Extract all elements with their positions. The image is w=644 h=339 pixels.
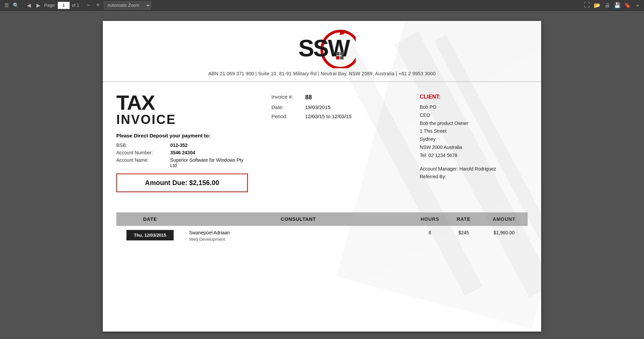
client-section: CLIENT: Bob PO CEO Bob the product Owner… bbox=[420, 92, 528, 192]
invoice-date-row: Date: 19/03/2015 bbox=[271, 104, 420, 110]
col-header-rate: RATE bbox=[447, 212, 480, 226]
client-city: Sydney bbox=[420, 135, 528, 144]
row-consultant-cell: Swanepoel Adriaan Web Development bbox=[184, 226, 413, 246]
toolbar-divider-1 bbox=[22, 2, 23, 9]
consultant-role: Web Development bbox=[189, 237, 408, 242]
invoice-top-section: TAX INVOICE Please Direct Deposit your p… bbox=[116, 92, 528, 192]
open-file-icon[interactable]: 📂 bbox=[593, 2, 601, 9]
nav-next-button[interactable]: ▶ bbox=[35, 2, 42, 9]
tax-text: TAX bbox=[116, 91, 154, 114]
invoice-period-row: Period: 12/03/15 to 12/03/15 bbox=[271, 113, 420, 119]
col-header-date: DATE bbox=[116, 212, 184, 226]
client-title: CLIENT: bbox=[420, 94, 528, 100]
print-icon[interactable]: 🖨 bbox=[604, 2, 611, 9]
amount-due-label: Amount Due: bbox=[145, 179, 187, 186]
toolbar-divider-2 bbox=[82, 2, 82, 9]
amount-due-box: Amount Due: $2,156.00 bbox=[116, 174, 248, 192]
page-of-label: of 1 bbox=[72, 3, 79, 8]
fullscreen-icon[interactable]: ⛶ bbox=[583, 2, 591, 9]
invoice-number-value: 88 bbox=[305, 94, 312, 101]
toolbar: ☰ 🔍 ◀ ▶ Page: of 1 − + Automatic Zoom Ac… bbox=[0, 0, 644, 11]
invoice-header: SSW ABN 21 069 371 900 | Suite 10, 81-91… bbox=[103, 21, 541, 82]
payment-title: Please Direct Deposit your payment to: bbox=[116, 133, 251, 138]
row-rate-cell: $245 bbox=[447, 226, 480, 246]
client-company: Bob the product Owner bbox=[420, 120, 528, 128]
nav-prev-button[interactable]: ◀ bbox=[25, 2, 33, 9]
tax-invoice-section: TAX INVOICE Please Direct Deposit your p… bbox=[116, 92, 251, 192]
client-manager-info: Account Manager: Harold Rodriguez Referr… bbox=[420, 165, 528, 181]
col-header-consultant: CONSULTANT bbox=[184, 212, 413, 226]
bookmark-icon[interactable]: 🔖 bbox=[624, 2, 631, 9]
client-info: Bob PO CEO Bob the product Owner 1 This … bbox=[420, 103, 528, 160]
account-number-label: Account Number: bbox=[116, 150, 170, 155]
bsb-value: 012-352 bbox=[170, 142, 187, 148]
client-address: 1 This Street bbox=[420, 127, 528, 135]
pdf-page: SSW ABN 21 069 371 900 | Suite 10, 81-91… bbox=[103, 21, 541, 332]
page-number-input[interactable] bbox=[58, 2, 70, 9]
logo-container: SSW bbox=[116, 28, 528, 68]
client-tel-label: Tel: bbox=[420, 153, 427, 158]
account-manager-value: Harold Rodriguez bbox=[460, 166, 496, 172]
svg-rect-5 bbox=[336, 52, 340, 55]
client-tel: Tel: 02 1234 5678 bbox=[420, 152, 528, 160]
referred-by: Referred By: bbox=[420, 173, 528, 181]
sidebar-toggle-button[interactable]: ☰ bbox=[3, 2, 10, 9]
svg-rect-7 bbox=[336, 56, 340, 59]
account-name-label: Account Name: bbox=[116, 157, 170, 168]
invoice-details-section: Invoice #: 88 Date: 19/03/2015 Period: 1… bbox=[251, 92, 420, 192]
invoice-number-row: Invoice #: 88 bbox=[271, 94, 420, 101]
invoice-date-value: 19/03/2015 bbox=[305, 104, 330, 110]
client-state: NSW 2000 Australia bbox=[420, 144, 528, 152]
client-name: Bob PO bbox=[420, 103, 528, 111]
invoice-table-section: DATE CONSULTANT HOURS RATE AMOUNT Thu, 1… bbox=[103, 212, 541, 246]
svg-rect-6 bbox=[340, 52, 344, 55]
company-info: ABN 21 069 371 900 | Suite 10, 81-91 Mil… bbox=[116, 71, 528, 76]
table-row: Thu, 12/03/2015 Swanepoel Adriaan Web De… bbox=[116, 226, 528, 246]
invoice-body: TAX INVOICE Please Direct Deposit your p… bbox=[103, 82, 541, 202]
client-title-role: CEO bbox=[420, 111, 528, 120]
search-icon[interactable]: 🔍 bbox=[12, 2, 20, 9]
zoom-out-button[interactable]: − bbox=[85, 2, 92, 9]
account-manager: Account Manager: Harold Rodriguez bbox=[420, 165, 528, 173]
page-label: Page: bbox=[44, 3, 56, 8]
document-area: SSW ABN 21 069 371 900 | Suite 10, 81-91… bbox=[0, 11, 644, 339]
toolbar-right-icons: ⛶ 📂 🖨 💾 🔖 » bbox=[583, 2, 641, 9]
col-header-amount: AMOUNT bbox=[480, 212, 528, 226]
referred-by-label: Referred By: bbox=[420, 174, 446, 179]
invoice-text: INVOICE bbox=[116, 113, 251, 126]
account-name-value: Superior Software for Windows Pty Ltd bbox=[170, 157, 251, 168]
date-cell-inner: Thu, 12/03/2015 bbox=[126, 230, 174, 240]
invoice-period-value: 12/03/15 to 12/03/15 bbox=[305, 113, 352, 119]
account-number-value: 3546 24304 bbox=[170, 150, 195, 155]
ssw-logo: SSW bbox=[288, 28, 356, 68]
zoom-in-button[interactable]: + bbox=[94, 2, 102, 9]
payment-section: Please Direct Deposit your payment to: B… bbox=[116, 133, 251, 168]
tax-invoice-title: TAX INVOICE bbox=[116, 92, 251, 126]
col-header-hours: HOURS bbox=[413, 212, 447, 226]
svg-rect-8 bbox=[340, 56, 344, 59]
invoice-table: DATE CONSULTANT HOURS RATE AMOUNT Thu, 1… bbox=[116, 212, 528, 246]
bsb-row: BSB: 012-352 bbox=[116, 142, 251, 148]
amount-due-value: $2,156.00 bbox=[189, 179, 219, 186]
client-tel-value: 02 1234 5678 bbox=[429, 153, 458, 158]
more-icon[interactable]: » bbox=[634, 2, 641, 9]
account-number-row: Account Number: 3546 24304 bbox=[116, 150, 251, 155]
invoice-date-label: Date: bbox=[271, 104, 305, 110]
consultant-name: Swanepoel Adriaan bbox=[189, 230, 408, 235]
zoom-select[interactable]: Automatic Zoom Actual Size Fit Page Full… bbox=[104, 1, 151, 9]
download-icon[interactable]: 💾 bbox=[614, 2, 621, 9]
row-date-cell: Thu, 12/03/2015 bbox=[116, 226, 184, 246]
invoice-number-label: Invoice #: bbox=[271, 94, 305, 101]
invoice-period-label: Period: bbox=[271, 113, 305, 119]
account-name-row: Account Name: Superior Software for Wind… bbox=[116, 157, 251, 168]
table-header-row: DATE CONSULTANT HOURS RATE AMOUNT bbox=[116, 212, 528, 226]
account-manager-label: Account Manager: bbox=[420, 166, 458, 172]
bsb-label: BSB: bbox=[116, 142, 170, 148]
row-hours-cell: 8 bbox=[413, 226, 447, 246]
row-amount-cell: $1,960.00 bbox=[480, 226, 528, 246]
